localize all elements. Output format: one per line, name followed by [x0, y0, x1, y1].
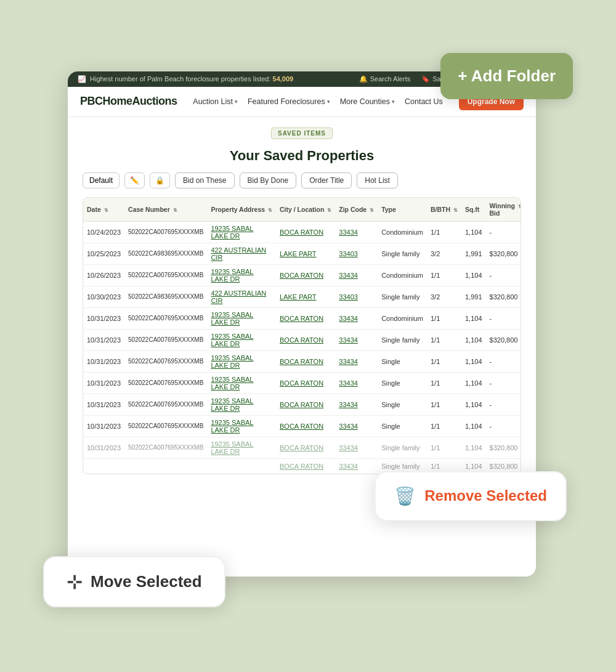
- move-selected-card[interactable]: ⊹ Move Selected: [43, 556, 225, 607]
- cell-zip[interactable]: 33403: [335, 243, 378, 264]
- add-folder-label: + Add Folder: [458, 67, 556, 86]
- col-address: Property Address ⇅: [207, 198, 276, 222]
- cell-city[interactable]: BOCA RATON: [276, 372, 335, 394]
- cell-address[interactable]: 422 AUSTRALIAN CIR: [207, 286, 276, 307]
- cell-zip[interactable]: 33434: [335, 372, 378, 394]
- cell-type: Condominium: [378, 221, 427, 243]
- bid-on-these-button[interactable]: Bid on These: [175, 172, 235, 188]
- cell-sqft: 1,104: [461, 394, 486, 415]
- hot-list-button[interactable]: Hot List: [357, 172, 398, 188]
- cell-city[interactable]: BOCA RATON: [276, 221, 335, 243]
- cell-zip[interactable]: 33434: [335, 350, 378, 372]
- cell-zip[interactable]: 33434: [335, 415, 378, 437]
- search-alerts-link[interactable]: 🔔 Search Alerts: [359, 75, 410, 83]
- cell-address[interactable]: 19235 SABAL LAKE DR: [207, 329, 276, 350]
- col-zip: Zip Code ⇅: [335, 198, 378, 222]
- cell-address[interactable]: 19235 SABAL LAKE DR: [207, 437, 276, 458]
- table-row: 10/24/2023 502022CA007695XXXXMB 19235 SA…: [83, 221, 521, 243]
- cell-address[interactable]: 19235 SABAL LAKE DR: [207, 307, 276, 329]
- cell-city[interactable]: BOCA RATON: [276, 307, 335, 329]
- cell-date: 10/31/2023: [83, 415, 124, 437]
- default-folder-button[interactable]: Default: [83, 172, 120, 188]
- cell-address[interactable]: [207, 458, 276, 474]
- cell-zip[interactable]: 33434: [335, 458, 378, 474]
- chevron-icon: ▾: [392, 99, 395, 105]
- cell-zip[interactable]: 33434: [335, 437, 378, 458]
- cell-case: 502022CA983695XXXXMB: [124, 243, 207, 264]
- table-row: 10/31/2023 502022CA007695XXXXMB 19235 SA…: [83, 437, 521, 458]
- cell-bid: $320,800: [486, 329, 521, 350]
- cell-bid: -: [486, 350, 521, 372]
- cell-city[interactable]: BOCA RATON: [276, 394, 335, 415]
- cell-date: 10/31/2023: [83, 372, 124, 394]
- cell-city[interactable]: BOCA RATON: [276, 264, 335, 286]
- order-title-button[interactable]: Order Title: [301, 172, 352, 188]
- cell-bid: -: [486, 221, 521, 243]
- nav-auction-list[interactable]: Auction List ▾: [193, 97, 238, 106]
- bid-by-done-button[interactable]: Bid By Done: [240, 172, 297, 188]
- toolbar: Default ✏️ 🔒 Bid on These Bid By Done Or…: [83, 172, 521, 188]
- nav-links: Auction List ▾ Featured Foreclosures ▾ M…: [193, 97, 443, 106]
- cell-sqft: 1,104: [461, 415, 486, 437]
- cell-type: Single: [378, 394, 427, 415]
- cell-city[interactable]: BOCA RATON: [276, 415, 335, 437]
- col-city: City / Location ⇅: [276, 198, 335, 222]
- col-case: Case Number ⇅: [124, 198, 207, 222]
- cell-bbth: 3/2: [427, 286, 461, 307]
- folder-label: Default: [89, 176, 113, 185]
- cell-type: Condominium: [378, 264, 427, 286]
- cell-type: Single family: [378, 286, 427, 307]
- cell-address[interactable]: 19235 SABAL LAKE DR: [207, 221, 276, 243]
- nav-more-counties[interactable]: More Counties ▾: [340, 97, 395, 106]
- cell-address[interactable]: 19235 SABAL LAKE DR: [207, 350, 276, 372]
- cell-bbth: 1/1: [427, 372, 461, 394]
- cell-date: 10/31/2023: [83, 350, 124, 372]
- stat-value: 54,009: [273, 75, 294, 83]
- cell-bid: -: [486, 307, 521, 329]
- cell-city[interactable]: LAKE PART: [276, 243, 335, 264]
- table-row: 10/31/2023 502022CA007695XXXXMB 19235 SA…: [83, 307, 521, 329]
- cell-address[interactable]: 19235 SABAL LAKE DR: [207, 415, 276, 437]
- cell-city[interactable]: BOCA RATON: [276, 329, 335, 350]
- cell-type: Single: [378, 415, 427, 437]
- cell-case: 502022CA007695XXXXMB: [124, 437, 207, 458]
- cell-date: 10/31/2023: [83, 394, 124, 415]
- cell-city[interactable]: LAKE PART: [276, 286, 335, 307]
- cell-bbth: 1/1: [427, 415, 461, 437]
- cell-address[interactable]: 19235 SABAL LAKE DR: [207, 264, 276, 286]
- cell-address[interactable]: 19235 SABAL LAKE DR: [207, 394, 276, 415]
- announcement-text: Highest number of Palm Beach foreclosure…: [90, 75, 293, 83]
- cell-zip[interactable]: 33403: [335, 286, 378, 307]
- cell-date: 10/26/2023: [83, 264, 124, 286]
- cell-address[interactable]: 19235 SABAL LAKE DR: [207, 372, 276, 394]
- nav-featured[interactable]: Featured Foreclosures ▾: [248, 97, 330, 106]
- cell-case: 502022CA007695XXXXMB: [124, 221, 207, 243]
- cell-zip[interactable]: 33434: [335, 221, 378, 243]
- cell-zip[interactable]: 33434: [335, 394, 378, 415]
- nav-contact[interactable]: Contact Us: [405, 97, 443, 106]
- chevron-icon: ▾: [327, 99, 330, 105]
- cell-sqft: 1,104: [461, 372, 486, 394]
- edit-folder-button[interactable]: ✏️: [124, 172, 145, 188]
- cell-city[interactable]: BOCA RATON: [276, 350, 335, 372]
- cell-type: Condominium: [378, 307, 427, 329]
- cell-zip[interactable]: 33434: [335, 329, 378, 350]
- cell-case: 502022CA007695XXXXMB: [124, 372, 207, 394]
- cell-city[interactable]: BOCA RATON: [276, 458, 335, 474]
- move-icon: ⊹: [67, 571, 82, 593]
- brand-logo: PBCHomeAuctions: [80, 95, 177, 108]
- cell-sqft: 1,104: [461, 329, 486, 350]
- add-folder-card[interactable]: + Add Folder: [440, 53, 573, 99]
- cell-bid: -: [486, 264, 521, 286]
- cell-city[interactable]: BOCA RATON: [276, 437, 335, 458]
- col-bid: Winning ⇅Bid: [486, 198, 521, 222]
- table-row: 10/31/2023 502022CA007695XXXXMB 19235 SA…: [83, 350, 521, 372]
- chevron-icon: ▾: [235, 99, 238, 105]
- cell-zip[interactable]: 33434: [335, 264, 378, 286]
- table-row: 10/25/2023 502022CA983695XXXXMB 422 AUST…: [83, 243, 521, 264]
- cell-address[interactable]: 422 AUSTRALIAN CIR: [207, 243, 276, 264]
- lock-folder-button[interactable]: 🔒: [150, 172, 170, 188]
- cell-sqft: 1,104: [461, 221, 486, 243]
- remove-selected-card[interactable]: 🗑️ Remove Selected: [375, 471, 567, 521]
- cell-zip[interactable]: 33434: [335, 307, 378, 329]
